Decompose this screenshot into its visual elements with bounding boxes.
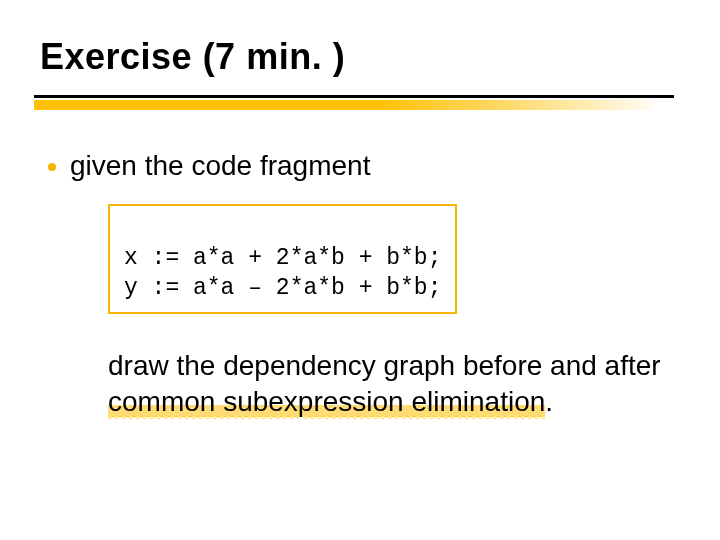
after-paragraph: draw the dependency graph before and aft… [108,348,678,420]
after-prefix: draw the dependency graph before and aft… [108,350,661,381]
code-line-2: y := a*a – 2*a*b + b*b; [124,275,441,301]
bullet-row: given the code fragment [48,150,680,182]
slide-title: Exercise (7 min. ) [40,36,680,78]
bullet-text: given the code fragment [70,150,370,182]
bullet-icon [48,163,56,171]
term-cse: common subexpression elimination [108,386,545,417]
title-divider [34,94,654,116]
slide: Exercise (7 min. ) given the code fragme… [0,0,720,540]
divider-black-line [34,95,674,98]
divider-yellow-brush [34,100,654,110]
code-line-1: x := a*a + 2*a*b + b*b; [124,245,441,271]
after-suffix: . [545,386,553,417]
code-box: x := a*a + 2*a*b + b*b; y := a*a – 2*a*b… [108,204,457,314]
